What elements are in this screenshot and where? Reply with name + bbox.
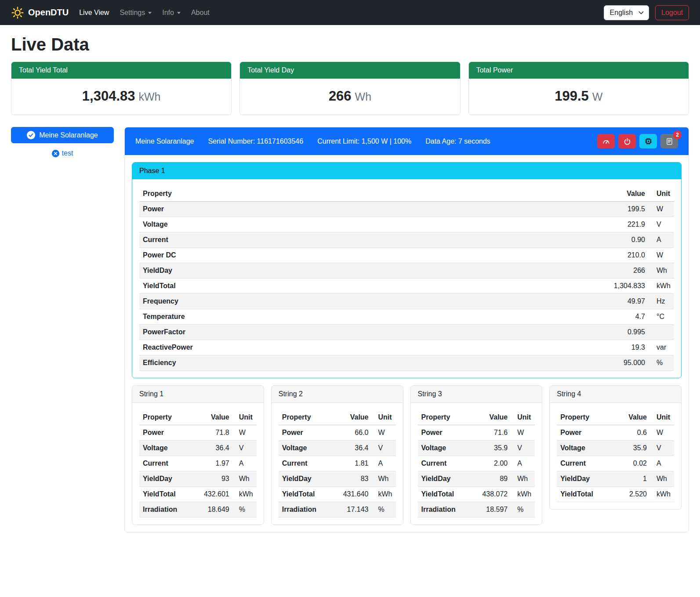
- table-row: Irradiation 18.649 %: [139, 502, 257, 517]
- table-header-row: Property Value Unit: [139, 186, 674, 202]
- property-cell: YieldTotal: [279, 487, 340, 502]
- inverter-select-button[interactable]: Meine Solaranlage: [11, 127, 114, 143]
- strings-row: String 1 Property Value Unit: [132, 385, 682, 525]
- summary-value: 266: [329, 88, 352, 104]
- property-cell: Irradiation: [139, 502, 200, 517]
- nav-info[interactable]: Info: [157, 5, 186, 20]
- navbar-right: English Logout: [604, 5, 689, 20]
- table-row: Power 199.5 W: [139, 202, 674, 217]
- table-row: YieldTotal 431.640 kWh: [279, 487, 396, 502]
- unit-cell: A: [233, 456, 257, 471]
- sidebar-item-test-label: test: [62, 149, 73, 157]
- property-cell: Current: [139, 456, 200, 471]
- property-cell: Irradiation: [279, 502, 340, 517]
- inverter-select-label: Meine Solaranlage: [39, 131, 98, 139]
- property-cell: Efficiency: [139, 355, 610, 371]
- cpu-icon: [644, 137, 653, 145]
- property-cell: Temperature: [139, 309, 610, 325]
- string-table: Property Value Unit Power: [557, 410, 674, 502]
- value-cell: 210.0: [610, 248, 649, 263]
- table-header-row: Property Value Unit: [279, 410, 396, 425]
- string-table-head: Property Value Unit: [557, 410, 674, 425]
- table-row: Power 66.0 W: [279, 425, 396, 441]
- summary-card-title: Total Yield Day: [240, 62, 460, 79]
- power-button[interactable]: [618, 134, 636, 148]
- property-cell: Voltage: [418, 441, 479, 456]
- unit-cell: W: [649, 202, 674, 217]
- logout-button[interactable]: Logout: [655, 5, 689, 20]
- nav-live-view[interactable]: Live View: [74, 5, 114, 20]
- language-select[interactable]: English: [604, 5, 649, 20]
- unit-cell: V: [511, 441, 535, 456]
- value-cell: 18.597: [479, 502, 511, 517]
- value-cell: 2.520: [625, 487, 650, 502]
- string-card-body: Property Value Unit Power: [550, 403, 681, 509]
- string-table-head: Property Value Unit: [279, 410, 396, 425]
- table-row: YieldDay 266 Wh: [139, 263, 674, 279]
- unit-cell: Wh: [372, 471, 396, 487]
- sidebar-item-test[interactable]: test: [11, 149, 114, 157]
- summary-card-total-yield-total: Total Yield Total 1,304.83kWh: [11, 62, 232, 115]
- navbar: OpenDTU Live View Settings Info About En…: [0, 0, 700, 25]
- table-row: Temperature 4.7 °C: [139, 309, 674, 325]
- phase-card-title: Phase 1: [132, 163, 681, 179]
- unit-cell: var: [649, 340, 674, 355]
- phase-table-head: Property Value Unit: [139, 186, 674, 202]
- unit-cell: kWh: [511, 487, 535, 502]
- value-cell: 266: [610, 263, 649, 279]
- inverter-panel-header: Meine Solaranlage Serial Number: 1161716…: [125, 127, 689, 155]
- unit-cell: A: [372, 456, 396, 471]
- table-row: Voltage 221.9 V: [139, 217, 674, 232]
- table-row: Current 1.81 A: [279, 456, 396, 471]
- unit-cell: %: [233, 502, 257, 517]
- value-cell: 83: [340, 471, 372, 487]
- property-cell: ReactivePower: [139, 340, 610, 355]
- property-cell: YieldTotal: [139, 279, 610, 294]
- nav-settings[interactable]: Settings: [114, 5, 157, 20]
- value-cell: 36.4: [340, 441, 372, 456]
- string-table: Property Value Unit Power: [139, 410, 257, 517]
- string-card-title: String 1: [132, 386, 264, 403]
- string-table-body: Power 71.6 W Voltage 35.9 V: [418, 425, 535, 517]
- unit-cell: V: [649, 217, 674, 232]
- value-cell: 71.6: [479, 425, 511, 441]
- property-cell: PowerFactor: [139, 325, 610, 340]
- unit-cell: W: [511, 425, 535, 441]
- table-row: Power 71.6 W: [418, 425, 535, 441]
- nav-about[interactable]: About: [186, 5, 215, 20]
- inverter-serial: Serial Number: 116171603546: [208, 137, 303, 145]
- value-cell: 1,304.833: [610, 279, 649, 294]
- unit-cell: W: [372, 425, 396, 441]
- string-card-title: String 4: [550, 386, 681, 403]
- property-cell: Current: [418, 456, 479, 471]
- summary-card-body: 199.5W: [469, 79, 689, 115]
- nav-settings-label: Settings: [120, 9, 145, 17]
- property-cell: Current: [279, 456, 340, 471]
- table-row: Voltage 36.4 V: [139, 441, 257, 456]
- value-cell: 18.649: [200, 502, 233, 517]
- col-property: Property: [557, 410, 625, 425]
- unit-cell: kWh: [372, 487, 396, 502]
- inverter-panel-body: Phase 1 Property Value Unit: [125, 155, 689, 532]
- summary-unit: kWh: [139, 90, 161, 103]
- page-title: Live Data: [0, 25, 700, 62]
- unit-cell: A: [511, 456, 535, 471]
- check-circle-icon: [27, 131, 35, 139]
- device-info-button[interactable]: [639, 134, 657, 148]
- col-unit: Unit: [372, 410, 396, 425]
- nav-info-label: Info: [162, 9, 174, 17]
- summary-value: 199.5: [555, 88, 589, 104]
- language-select-value: English: [610, 9, 633, 17]
- summary-unit: Wh: [355, 90, 372, 103]
- unit-cell: W: [649, 248, 674, 263]
- table-row: ReactivePower 19.3 var: [139, 340, 674, 355]
- event-log-button[interactable]: 2: [660, 134, 678, 148]
- table-row: YieldTotal 1,304.833 kWh: [139, 279, 674, 294]
- brand-link[interactable]: OpenDTU: [11, 6, 69, 19]
- table-row: Power 0.6 W: [557, 425, 674, 441]
- col-unit: Unit: [649, 186, 674, 202]
- property-cell: Frequency: [139, 294, 610, 309]
- limit-settings-button[interactable]: [597, 134, 615, 148]
- col-unit: Unit: [511, 410, 535, 425]
- table-header-row: Property Value Unit: [139, 410, 257, 425]
